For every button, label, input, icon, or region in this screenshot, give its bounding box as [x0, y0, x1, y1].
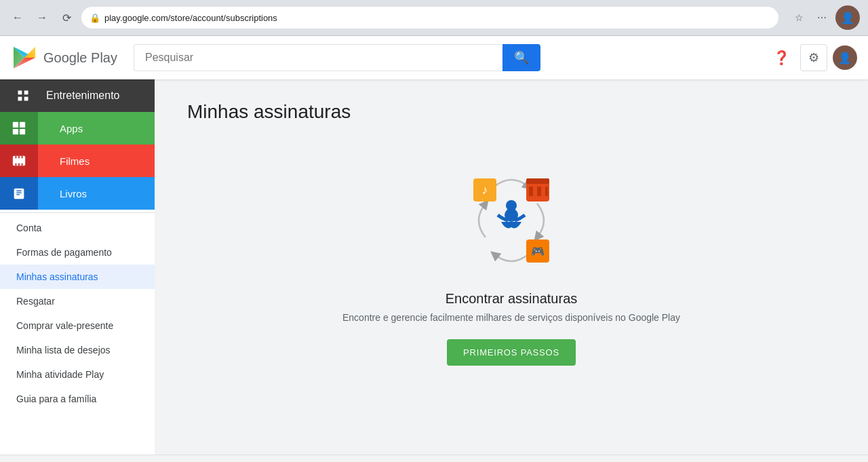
- search-button[interactable]: 🔍: [502, 44, 540, 71]
- play-logo-icon: [11, 44, 38, 71]
- sidebar-link-2[interactable]: Minhas assinaturas: [0, 265, 155, 289]
- forward-button[interactable]: →: [33, 8, 52, 27]
- sidebar-divider: [0, 212, 155, 213]
- site-header: Google Play 🔍 ❓ ⚙ 👤: [0, 36, 868, 79]
- svg-rect-26: [529, 187, 533, 196]
- sidebar-link-5[interactable]: Minha lista de desejos: [0, 338, 155, 362]
- svg-rect-16: [16, 163, 17, 166]
- entertainment-label: Entretenimento: [46, 90, 120, 102]
- svg-rect-11: [20, 129, 25, 134]
- empty-state-title: Encontrar assinaturas: [446, 291, 578, 307]
- logo-link[interactable]: Google Play: [11, 44, 117, 71]
- apps-icon-area: [0, 112, 38, 145]
- books-label: Livros: [49, 188, 87, 199]
- sidebar-item-apps[interactable]: Apps: [0, 112, 155, 145]
- sidebar-item-entertainment[interactable]: Entretenimento: [0, 79, 155, 112]
- svg-rect-18: [22, 163, 23, 166]
- svg-rect-10: [13, 129, 18, 134]
- url-text: play.google.com/store/account/subscripti…: [104, 13, 770, 23]
- settings-button[interactable]: ⚙: [800, 44, 827, 71]
- svg-rect-8: [13, 122, 18, 128]
- back-button[interactable]: ←: [8, 8, 27, 27]
- sidebar-link-3[interactable]: Resgatar: [0, 289, 155, 313]
- subscription-illustration: ♪ 🎮: [457, 166, 566, 275]
- sidebar-link-4[interactable]: Comprar vale-presente: [0, 313, 155, 338]
- footer: ©2021 Google Termos de Serviço do site P…: [0, 455, 868, 462]
- empty-state: ♪ 🎮: [187, 145, 835, 387]
- films-icon-area: [0, 145, 38, 177]
- films-label: Filmes: [49, 155, 90, 167]
- svg-rect-28: [545, 187, 548, 196]
- svg-text:🎮: 🎮: [531, 245, 545, 258]
- apps-grid-button[interactable]: ⋯: [812, 8, 831, 27]
- browser-profile-avatar[interactable]: 👤: [835, 5, 860, 30]
- bookmark-button[interactable]: ☆: [789, 8, 808, 27]
- header-actions: ❓ ⚙ 👤: [768, 44, 857, 71]
- browser-actions: ☆ ⋯ 👤: [789, 5, 860, 30]
- sidebar-link-1[interactable]: Formas de pagamento: [0, 240, 155, 265]
- reload-button[interactable]: ⟳: [57, 8, 76, 27]
- empty-state-desc: Encontre e gerencie facilmente milhares …: [342, 312, 680, 323]
- sidebar-item-books[interactable]: Livros: [0, 177, 155, 210]
- sidebar-link-6[interactable]: Minha atividade Play: [0, 362, 155, 387]
- search-icon: 🔍: [514, 50, 529, 65]
- svg-text:♪: ♪: [482, 183, 488, 197]
- svg-rect-15: [22, 156, 23, 159]
- primeiros-passos-button[interactable]: PRIMEIROS PASSOS: [447, 339, 576, 366]
- svg-rect-5: [24, 91, 28, 95]
- page-body: Entretenimento Apps: [0, 79, 868, 455]
- sidebar-link-0[interactable]: Conta: [0, 216, 155, 240]
- svg-rect-25: [526, 178, 549, 184]
- svg-rect-7: [24, 97, 28, 101]
- sidebar-links: ContaFormas de pagamentoMinhas assinatur…: [0, 216, 155, 411]
- help-button[interactable]: ❓: [768, 44, 795, 71]
- search-input[interactable]: [134, 44, 502, 71]
- logo-text: Google Play: [43, 50, 117, 66]
- books-icon-area: [0, 177, 38, 210]
- svg-rect-4: [18, 91, 22, 95]
- address-bar[interactable]: 🔒 play.google.com/store/account/subscrip…: [81, 7, 778, 28]
- sidebar: Entretenimento Apps: [0, 79, 155, 455]
- page-title: Minhas assinaturas: [187, 101, 835, 123]
- svg-rect-14: [18, 156, 20, 159]
- search-bar: 🔍: [134, 44, 540, 71]
- lock-icon: 🔒: [90, 13, 100, 23]
- apps-label: Apps: [49, 123, 83, 134]
- browser-chrome: ← → ⟳ 🔒 play.google.com/store/account/su…: [0, 0, 868, 36]
- sidebar-item-films[interactable]: Filmes: [0, 145, 155, 177]
- svg-rect-9: [20, 122, 25, 128]
- svg-rect-27: [537, 187, 541, 196]
- svg-point-32: [506, 200, 517, 211]
- user-avatar[interactable]: 👤: [833, 45, 857, 70]
- sidebar-link-7[interactable]: Guia para a família: [0, 387, 155, 411]
- svg-rect-17: [18, 163, 20, 166]
- svg-rect-6: [18, 97, 22, 101]
- svg-rect-13: [16, 156, 17, 159]
- main-content: Minhas assinaturas: [155, 79, 868, 455]
- entertainment-icon: [11, 83, 35, 108]
- svg-marker-3: [24, 47, 35, 58]
